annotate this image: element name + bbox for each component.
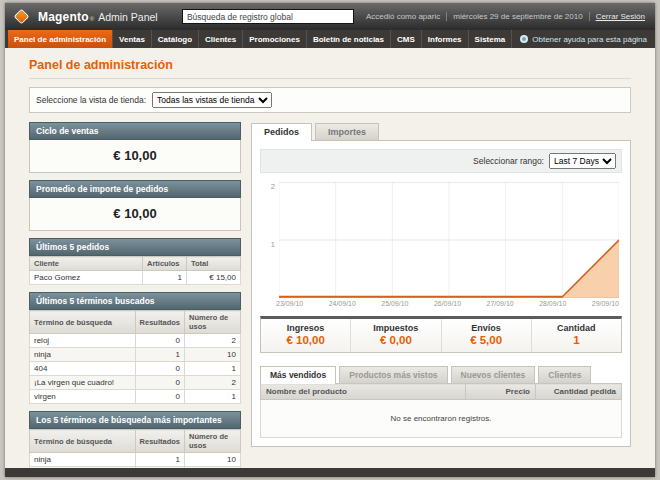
recent-orders-block: Últimos 5 pedidos Cliente Artículos Tota…	[29, 238, 241, 285]
lifetime-sales-block: Ciclo de ventas € 10,00	[29, 122, 241, 173]
nav-item-sales[interactable]: Ventas	[113, 30, 152, 48]
page-help-link[interactable]: Obtener ayuda para esta página	[520, 30, 652, 48]
col-header: Precio	[466, 384, 536, 400]
cell-uses: 10	[185, 453, 241, 467]
logout-link[interactable]: Cerrar Sesión	[590, 12, 645, 21]
nav-item-reports[interactable]: Informes	[422, 30, 469, 48]
stat-shipping: Envíos € 5,00	[441, 319, 531, 352]
stat-revenue: Ingresos € 10,00	[261, 319, 350, 352]
x-tick: 23/09/10	[276, 300, 303, 307]
nav-item-customers[interactable]: Clientes	[199, 30, 243, 48]
table-row[interactable]: reloj 0 2	[30, 334, 241, 348]
current-date: miércoles 29 de septiembre de 2010	[447, 12, 588, 21]
nav-item-system[interactable]: Sistema	[469, 30, 513, 48]
tab-amounts[interactable]: Importes	[315, 123, 379, 140]
title-row: Panel de administración	[29, 55, 631, 79]
cell-total: € 15,00	[187, 271, 241, 285]
nav-item-cms[interactable]: CMS	[391, 30, 422, 48]
orders-chart	[279, 182, 619, 298]
main-nav: Panel de administración Ventas Catálogo …	[5, 30, 655, 48]
cell-uses: 1	[185, 390, 241, 404]
col-header: Cliente	[30, 257, 143, 271]
help-icon	[520, 35, 528, 43]
col-header: Artículos	[143, 257, 187, 271]
range-select[interactable]: Last 7 Days	[549, 153, 616, 169]
table-row[interactable]: ¡La virgen que cuadro! 0 2	[30, 376, 241, 390]
store-view-select[interactable]: Todas las vistas de tienda	[152, 92, 272, 108]
tab-bestsellers[interactable]: Más vendidos	[260, 366, 336, 384]
col-header: Término de búsqueda	[30, 311, 136, 334]
nav-item-newsletter[interactable]: Boletín de noticias	[307, 30, 391, 48]
last-search-terms-table: Término de búsqueda Resultados Número de…	[29, 310, 241, 404]
dashboard-columns: Ciclo de ventas € 10,00 Promedio de impo…	[29, 122, 631, 477]
cell-term: ninja	[30, 348, 136, 362]
stat-value: 1	[532, 334, 621, 346]
table-row[interactable]: 404 0 1	[30, 362, 241, 376]
brand: Magento ® Admin Panel	[38, 10, 176, 24]
chart-panel: Seleccionar rango: Last 7 Days 2 1	[251, 140, 631, 447]
cell-uses: 2	[185, 334, 241, 348]
cell-results: 0	[135, 376, 184, 390]
cell-uses: 1	[185, 362, 241, 376]
stat-label: Cantidad	[532, 323, 621, 333]
table-row[interactable]: ninja 1 10	[30, 348, 241, 362]
tab-orders[interactable]: Pedidos	[251, 123, 312, 141]
average-orders-block: Promedio de importe de pedidos € 10,00	[29, 180, 241, 231]
stat-quantity: Cantidad 1	[531, 319, 621, 352]
last-search-terms-title: Últimos 5 términos buscados	[29, 292, 241, 310]
cell-term: ¡La virgen que cuadro!	[30, 376, 136, 390]
nav-item-dashboard[interactable]: Panel de administración	[8, 30, 113, 48]
table-row[interactable]: ninja 1 10	[30, 453, 241, 467]
cell-results: 0	[135, 334, 184, 348]
x-tick: 24/09/10	[329, 300, 356, 307]
average-orders-value: € 10,00	[29, 198, 241, 231]
app-window: Magento ® Admin Panel Accedió como apari…	[5, 3, 655, 477]
col-header: Término de búsqueda	[30, 430, 136, 453]
cell-customer: Paco Gomez	[30, 271, 143, 285]
global-search-input[interactable]	[182, 9, 354, 24]
nav-item-promotions[interactable]: Promociones	[243, 30, 307, 48]
table-row[interactable]: virgen 0 1	[30, 390, 241, 404]
x-tick: 28/09/10	[539, 300, 566, 307]
brand-trademark: ®	[90, 16, 94, 22]
x-tick: 29/09/10	[592, 300, 619, 307]
range-label: Seleccionar rango:	[473, 156, 544, 166]
cell-term: reloj	[30, 334, 136, 348]
last-search-terms-block: Últimos 5 términos buscados Término de b…	[29, 292, 241, 404]
cell-term: virgen	[30, 390, 136, 404]
y-tick: 2	[263, 182, 275, 191]
cell-uses: 10	[185, 348, 241, 362]
left-column: Ciclo de ventas € 10,00 Promedio de impo…	[29, 122, 241, 477]
page-title: Panel de administración	[29, 58, 173, 72]
tab-most-viewed[interactable]: Productos más vistos	[339, 366, 447, 383]
cell-results: 1	[135, 453, 184, 467]
cell-items: 1	[143, 271, 187, 285]
recent-orders-table: Cliente Artículos Total Paco Gomez 1 € 1…	[29, 256, 241, 285]
nav-item-catalog[interactable]: Catálogo	[152, 30, 199, 48]
tab-new-customers[interactable]: Nuevos clientes	[451, 366, 536, 383]
stat-value: € 0,00	[351, 334, 440, 346]
stat-label: Ingresos	[261, 323, 350, 333]
range-selector-row: Seleccionar rango: Last 7 Days	[260, 149, 622, 173]
col-header: Número de usos	[185, 311, 241, 334]
stat-label: Impuestos	[351, 323, 440, 333]
bestsellers-table: Nombre del producto Precio Cantidad pedi…	[260, 383, 622, 438]
tab-customers[interactable]: Clientes	[538, 366, 591, 383]
chart-x-axis: 23/09/10 24/09/10 25/09/10 26/09/10 27/0…	[276, 298, 619, 307]
session-info: Accedió como aparic miércoles 29 de sept…	[360, 12, 645, 21]
chart-zone: 2 1	[260, 182, 622, 298]
stat-tax: Impuestos € 0,00	[350, 319, 440, 352]
cell-results: 1	[135, 348, 184, 362]
grids-tabs: Más vendidos Productos más vistos Nuevos…	[260, 365, 622, 383]
right-column: Pedidos Importes Seleccionar rango: Last…	[251, 122, 631, 477]
cell-results: 0	[135, 390, 184, 404]
top-search-terms-title: Los 5 términos de búsqueda más important…	[29, 411, 241, 429]
col-header: Cantidad pedida	[536, 384, 622, 400]
totals-row: Ingresos € 10,00 Impuestos € 0,00 Envíos…	[260, 316, 622, 353]
stat-label: Envíos	[442, 323, 531, 333]
cell-uses: 2	[185, 376, 241, 390]
chart-tabs: Pedidos Importes	[251, 122, 631, 140]
table-row[interactable]: Paco Gomez 1 € 15,00	[30, 271, 241, 285]
stat-value: € 5,00	[442, 334, 531, 346]
average-orders-title: Promedio de importe de pedidos	[29, 180, 241, 198]
